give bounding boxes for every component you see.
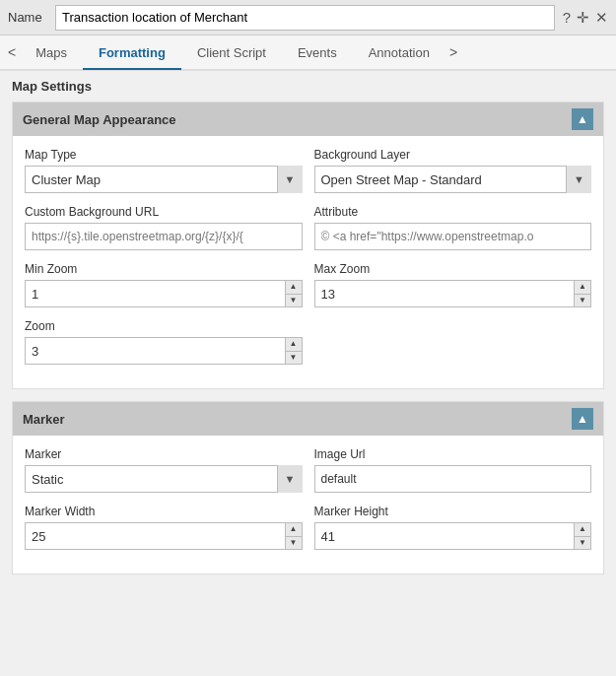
group-marker-width: Marker Width ▲ ▼ [25,505,303,550]
attribute-input[interactable] [314,223,592,250]
tab-maps[interactable]: Maps [20,37,83,68]
zoom-btns: ▲ ▼ [285,338,302,364]
min-zoom-up-button[interactable]: ▲ [286,281,302,295]
custom-bg-url-input[interactable] [25,223,303,250]
marker-width-input[interactable] [26,523,285,549]
close-icon[interactable]: ✕ [595,9,608,27]
image-url-input[interactable] [314,465,592,493]
min-zoom-spinner: ▲ ▼ [25,280,303,307]
max-zoom-label: Max Zoom [314,262,592,276]
marker-height-label: Marker Height [314,505,592,518]
marker-width-up-button[interactable]: ▲ [286,523,302,537]
map-type-select[interactable]: Cluster Map Heat Map Point Map [25,166,303,193]
page-heading: Map Settings [0,71,616,101]
name-label: Name [8,10,47,25]
help-icon[interactable]: ? [563,9,571,26]
general-map-appearance-toggle[interactable]: ▲ [572,108,593,130]
group-image-url: Image Url [314,447,592,493]
row-marker-imageurl: Marker Static Dynamic Image ▼ Image Url [25,447,591,493]
general-map-appearance-body: Map Type Cluster Map Heat Map Point Map … [13,136,603,388]
tab-bar: < Maps Formatting Client Script Events A… [0,35,616,71]
marker-body: Marker Static Dynamic Image ▼ Image Url [13,436,603,574]
marker-select[interactable]: Static Dynamic Image [25,465,303,493]
marker-select-label: Marker [25,447,303,461]
content-area: General Map Appearance ▲ Map Type Cluste… [0,101,616,675]
background-layer-select[interactable]: Open Street Map - Standard Open Street M… [314,166,592,193]
title-icons: ? ✛ ✕ [563,9,608,27]
row-url-attribute: Custom Background URL Attribute [25,205,591,250]
min-zoom-input[interactable] [26,281,285,306]
group-max-zoom: Max Zoom ▲ ▼ [314,262,592,307]
marker-height-spinner: ▲ ▼ [314,522,592,550]
marker-select-wrap: Static Dynamic Image ▼ [25,465,303,493]
max-zoom-up-button[interactable]: ▲ [575,281,590,295]
max-zoom-down-button[interactable]: ▼ [575,295,590,307]
marker-height-up-button[interactable]: ▲ [575,523,590,537]
row-maptype-bglayer: Map Type Cluster Map Heat Map Point Map … [25,148,591,193]
move-icon[interactable]: ✛ [577,9,589,27]
zoom-label: Zoom [25,319,303,333]
group-marker-height: Marker Height ▲ ▼ [314,505,592,550]
marker-header: Marker ▲ [13,402,603,436]
tab-prev-button[interactable]: < [4,44,20,60]
image-url-label: Image Url [314,447,592,461]
general-map-appearance-section: General Map Appearance ▲ Map Type Cluste… [12,101,604,389]
attribute-label: Attribute [314,205,592,219]
row-zoom: Zoom ▲ ▼ [25,319,591,365]
marker-height-btns: ▲ ▼ [574,523,590,549]
marker-toggle[interactable]: ▲ [572,408,593,430]
min-zoom-btns: ▲ ▼ [285,281,302,306]
zoom-down-button[interactable]: ▼ [286,352,302,365]
marker-height-input[interactable] [315,523,575,549]
group-background-layer: Background Layer Open Street Map - Stand… [314,148,592,193]
max-zoom-btns: ▲ ▼ [574,281,590,306]
tab-annotation[interactable]: Annotation [353,37,445,68]
custom-bg-url-label: Custom Background URL [25,205,303,219]
general-map-appearance-header: General Map Appearance ▲ [13,102,603,136]
group-zoom: Zoom ▲ ▼ [25,319,303,365]
zoom-up-button[interactable]: ▲ [286,338,302,352]
marker-width-down-button[interactable]: ▼ [286,537,302,550]
min-zoom-label: Min Zoom [25,262,303,276]
group-attribute: Attribute [314,205,592,250]
zoom-spinner: ▲ ▼ [25,337,303,365]
max-zoom-input[interactable] [315,281,575,306]
marker-width-spinner: ▲ ▼ [25,522,303,550]
group-custom-bg-url: Custom Background URL [25,205,303,250]
group-map-type: Map Type Cluster Map Heat Map Point Map … [25,148,303,193]
max-zoom-spinner: ▲ ▼ [314,280,592,307]
zoom-input[interactable] [26,338,285,364]
name-input[interactable] [55,5,555,31]
map-type-label: Map Type [25,148,303,162]
min-zoom-down-button[interactable]: ▼ [286,295,302,307]
title-bar: Name ? ✛ ✕ [0,0,616,35]
background-layer-select-wrap: Open Street Map - Standard Open Street M… [314,166,592,193]
marker-width-btns: ▲ ▼ [285,523,302,549]
marker-section: Marker ▲ Marker Static Dynamic Image ▼ [12,401,604,575]
map-type-select-wrap: Cluster Map Heat Map Point Map ▼ [25,166,303,193]
tab-client-script[interactable]: Client Script [181,37,282,68]
row-marker-dimensions: Marker Width ▲ ▼ Marker Height ▲ [25,505,591,550]
group-min-zoom: Min Zoom ▲ ▼ [25,262,303,307]
tab-events[interactable]: Events [282,37,353,68]
tab-formatting[interactable]: Formatting [83,37,181,70]
marker-title: Marker [23,412,65,427]
general-map-appearance-title: General Map Appearance [23,112,176,127]
marker-height-down-button[interactable]: ▼ [575,537,590,550]
tab-next-button[interactable]: > [445,44,461,60]
marker-width-label: Marker Width [25,505,303,518]
row-zoom-min-max: Min Zoom ▲ ▼ Max Zoom ▲ [25,262,591,307]
group-marker-select: Marker Static Dynamic Image ▼ [25,447,303,493]
background-layer-label: Background Layer [314,148,592,162]
